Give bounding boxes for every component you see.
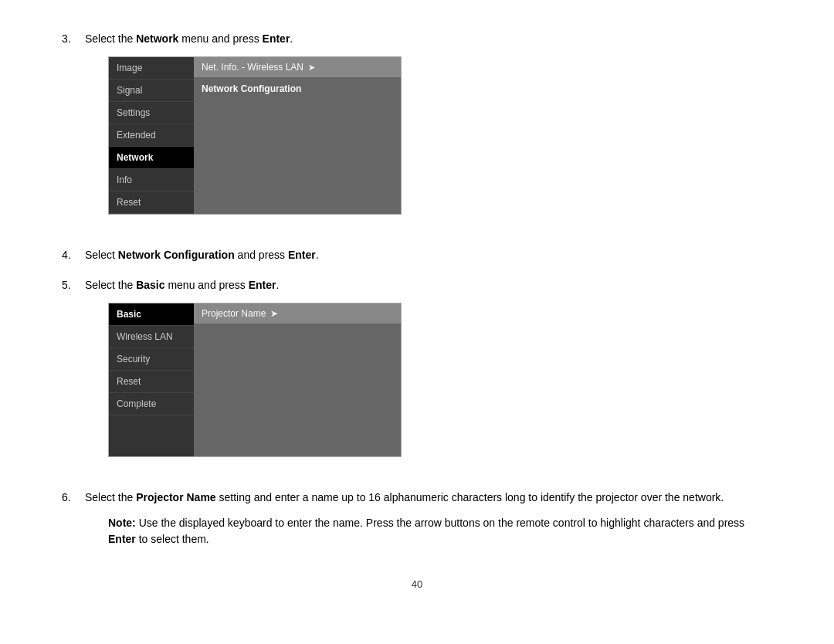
step-6: 6. Select the Projector Name setting and… <box>62 490 772 547</box>
step-bold2-4: Enter <box>288 249 316 261</box>
note-bold: Enter <box>108 533 136 545</box>
step-text-5: Select the Basic menu and press Enter. B… <box>85 277 772 476</box>
basic-menu-mockup: Basic Wireless LAN Security Reset Comple… <box>108 303 402 457</box>
menu-item-image: Image <box>109 57 194 80</box>
step-number-4: 4. <box>62 247 85 261</box>
step-5: 5. Select the Basic menu and press Enter… <box>62 277 772 476</box>
menu-item-settings: Settings <box>109 102 194 124</box>
arrow-icon: ➤ <box>308 61 315 74</box>
basic-arrow-icon: ➤ <box>270 307 278 320</box>
step-text-after-3: menu and press <box>178 32 262 45</box>
network-menu-left: Image Signal Settings Extended Network I… <box>109 57 194 214</box>
step-bold1-3: Network <box>136 32 178 45</box>
network-menu-header: Net. Info. - Wireless LAN ➤ <box>194 57 401 77</box>
basic-menu-item-complete: Complete <box>109 393 194 415</box>
step-bold1-6: Projector Name <box>136 491 215 503</box>
step-bold2-5: Enter <box>249 279 276 291</box>
step-text-after-6: setting and enter a name up to 16 alphan… <box>216 491 724 503</box>
basic-menu-item-security: Security <box>109 348 194 371</box>
step-text-4: Select Network Configuration and press E… <box>85 247 772 263</box>
network-config-label: Network Configuration <box>194 77 401 100</box>
menu-item-reset: Reset <box>109 192 194 214</box>
step-bold1-4: Network Configuration <box>118 249 235 261</box>
network-menu-right: Net. Info. - Wireless LAN ➤ Network Conf… <box>194 57 401 214</box>
note-section: Note: Use the displayed keyboard to ente… <box>108 515 772 547</box>
basic-menu-item-basic: Basic <box>109 303 194 326</box>
network-header-text: Net. Info. - Wireless LAN <box>202 60 303 74</box>
step-text-before-3: Select the <box>85 32 136 45</box>
step-text-before-4: Select <box>85 249 118 261</box>
menu-item-signal: Signal <box>109 80 194 102</box>
page-number: 40 <box>62 578 772 590</box>
step-3: 3. Select the Network menu and press Ent… <box>62 31 772 233</box>
step-text-before-6: Select the <box>85 491 136 503</box>
menu-item-info: Info <box>109 169 194 192</box>
step-text-after-5: menu and press <box>165 279 249 291</box>
step-text-3: Select the Network menu and press Enter.… <box>85 31 772 233</box>
note-label: Note: <box>108 517 136 529</box>
step-4: 4. Select Network Configuration and pres… <box>62 247 772 263</box>
menu-item-network: Network <box>109 147 194 169</box>
step-text-after-4: and press <box>235 249 288 261</box>
step-number-6: 6. <box>62 490 85 503</box>
network-menu-mockup: Image Signal Settings Extended Network I… <box>108 56 402 215</box>
basic-menu-left: Basic Wireless LAN Security Reset Comple… <box>109 303 194 456</box>
basic-menu-item-reset: Reset <box>109 371 194 393</box>
step-text-end-5: . <box>276 279 279 291</box>
basic-screenshot: Basic Wireless LAN Security Reset Comple… <box>108 303 772 457</box>
basic-menu-item-wireless: Wireless LAN <box>109 326 194 348</box>
step-number-3: 3. <box>62 31 85 45</box>
menu-item-extended: Extended <box>109 124 194 147</box>
step-bold2-3: Enter <box>263 32 290 45</box>
step-text-end-4: . <box>316 249 319 261</box>
step-number-5: 5. <box>62 277 85 291</box>
basic-header-text: Projector Name <box>202 307 266 320</box>
network-screenshot: Image Signal Settings Extended Network I… <box>108 56 772 215</box>
note-text: Use the displayed keyboard to enter the … <box>136 517 744 529</box>
step-text-6: Select the Projector Name setting and en… <box>85 490 772 547</box>
note-text-end: to select them. <box>136 533 209 545</box>
basic-menu-right: Projector Name ➤ <box>194 303 401 456</box>
note-paragraph: Note: Use the displayed keyboard to ente… <box>108 515 772 547</box>
step-bold1-5: Basic <box>136 279 164 291</box>
step-text-end-3: . <box>290 32 293 45</box>
basic-menu-header: Projector Name ➤ <box>194 303 401 324</box>
step-text-before-5: Select the <box>85 279 136 291</box>
